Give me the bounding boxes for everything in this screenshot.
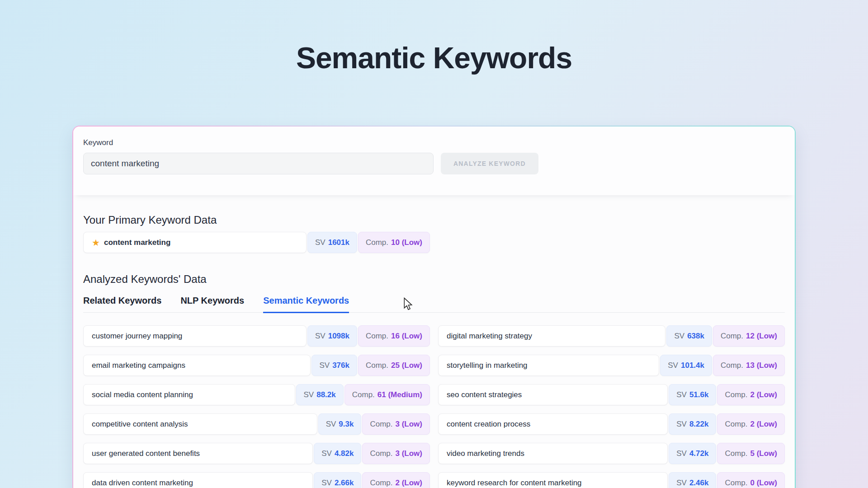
analyze-keyword-button[interactable]: ANALYZE KEYWORD bbox=[441, 153, 538, 174]
comp-chip: Comp.25 (Low) bbox=[358, 355, 430, 376]
keyword-row: digital marketing strategy SV638k Comp.1… bbox=[438, 325, 785, 347]
keyword-row: storytelling in marketing SV101.4k Comp.… bbox=[438, 355, 785, 376]
keywords-column-left: customer journey mapping SV1098k Comp.16… bbox=[83, 325, 430, 488]
keyword-tabs: Related Keywords NLP Keywords Semantic K… bbox=[83, 296, 785, 313]
sv-chip: SV4.82k bbox=[314, 443, 361, 464]
keyword-text: user generated content benefits bbox=[83, 443, 313, 464]
keyword-form-section: Keyword ANALYZE KEYWORD bbox=[73, 127, 795, 195]
analyzed-keywords-heading: Analyzed Keywords' Data bbox=[83, 273, 785, 286]
comp-chip: Comp.13 (Low) bbox=[713, 355, 785, 376]
tab-semantic-keywords[interactable]: Semantic Keywords bbox=[263, 296, 349, 313]
keyword-row: customer journey mapping SV1098k Comp.16… bbox=[83, 325, 430, 347]
tab-related-keywords[interactable]: Related Keywords bbox=[83, 296, 161, 312]
primary-keyword-row: ★ content marketing SV 1601k Comp. 10 (L… bbox=[83, 232, 430, 253]
sv-chip: SV2.66k bbox=[314, 472, 361, 488]
comp-chip: Comp.16 (Low) bbox=[358, 325, 430, 347]
sv-chip: SV1098k bbox=[307, 325, 357, 347]
sv-chip: SV51.6k bbox=[669, 384, 716, 405]
keyword-text: video marketing trends bbox=[438, 443, 668, 464]
keyword-text: keyword research for content marketing bbox=[438, 472, 668, 488]
sv-chip: SV376k bbox=[311, 355, 357, 376]
primary-keyword-label: ★ content marketing bbox=[83, 232, 307, 253]
keyword-row: seo content strategies SV51.6k Comp.2 (L… bbox=[438, 384, 785, 405]
sv-chip: SV101.4k bbox=[660, 355, 712, 376]
sv-chip: SV88.2k bbox=[296, 384, 344, 405]
keyword-row: content creation process SV8.22k Comp.2 … bbox=[438, 413, 785, 435]
comp-chip: Comp.12 (Low) bbox=[713, 325, 785, 347]
keyword-input-label: Keyword bbox=[83, 138, 785, 147]
keyword-row: user generated content benefits SV4.82k … bbox=[83, 443, 430, 464]
comp-chip: Comp.3 (Low) bbox=[362, 443, 430, 464]
comp-chip: Comp.2 (Low) bbox=[362, 472, 430, 488]
keyword-text: competitive content analysis bbox=[83, 413, 317, 435]
keyword-analyzer-card: Keyword ANALYZE KEYWORD Your Primary Key… bbox=[72, 126, 796, 488]
comp-chip: Comp.2 (Low) bbox=[717, 413, 785, 435]
comp-chip: Comp.61 (Medium) bbox=[344, 384, 430, 405]
keywords-column-right: digital marketing strategy SV638k Comp.1… bbox=[438, 325, 785, 488]
star-icon: ★ bbox=[92, 238, 100, 247]
keyword-text: data driven content marketing bbox=[83, 472, 313, 488]
page-title: Semantic Keywords bbox=[0, 43, 868, 73]
sv-chip: SV638k bbox=[666, 325, 712, 347]
keyword-row: keyword research for content marketing S… bbox=[438, 472, 785, 488]
keyword-row: email marketing campaigns SV376k Comp.25… bbox=[83, 355, 430, 376]
sv-chip: SV4.72k bbox=[669, 443, 716, 464]
keyword-row: social media content planning SV88.2k Co… bbox=[83, 384, 430, 405]
keyword-text: seo content strategies bbox=[438, 384, 668, 405]
keyword-text: content marketing bbox=[104, 238, 170, 247]
keyword-input[interactable] bbox=[83, 153, 434, 174]
keyword-text: social media content planning bbox=[83, 384, 295, 405]
sv-chip: SV 1601k bbox=[307, 232, 357, 253]
keyword-row: video marketing trends SV4.72k Comp.5 (L… bbox=[438, 443, 785, 464]
comp-chip: Comp. 10 (Low) bbox=[358, 232, 430, 253]
comp-chip: Comp.0 (Low) bbox=[717, 472, 785, 488]
keyword-row: data driven content marketing SV2.66k Co… bbox=[83, 472, 430, 488]
keyword-text: digital marketing strategy bbox=[438, 325, 665, 347]
primary-keyword-heading: Your Primary Keyword Data bbox=[83, 214, 785, 226]
sv-chip: SV2.46k bbox=[669, 472, 716, 488]
sv-chip: SV8.22k bbox=[669, 413, 716, 435]
sv-chip: SV9.3k bbox=[318, 413, 362, 435]
tab-nlp-keywords[interactable]: NLP Keywords bbox=[180, 296, 244, 312]
comp-chip: Comp.3 (Low) bbox=[362, 413, 430, 435]
keyword-text: content creation process bbox=[438, 413, 668, 435]
comp-chip: Comp.2 (Low) bbox=[717, 384, 785, 405]
keyword-row: competitive content analysis SV9.3k Comp… bbox=[83, 413, 430, 435]
keyword-text: storytelling in marketing bbox=[438, 355, 659, 376]
comp-chip: Comp.5 (Low) bbox=[717, 443, 785, 464]
keyword-text: email marketing campaigns bbox=[83, 355, 311, 376]
keywords-grid: customer journey mapping SV1098k Comp.16… bbox=[83, 325, 785, 488]
keyword-text: customer journey mapping bbox=[83, 325, 307, 347]
